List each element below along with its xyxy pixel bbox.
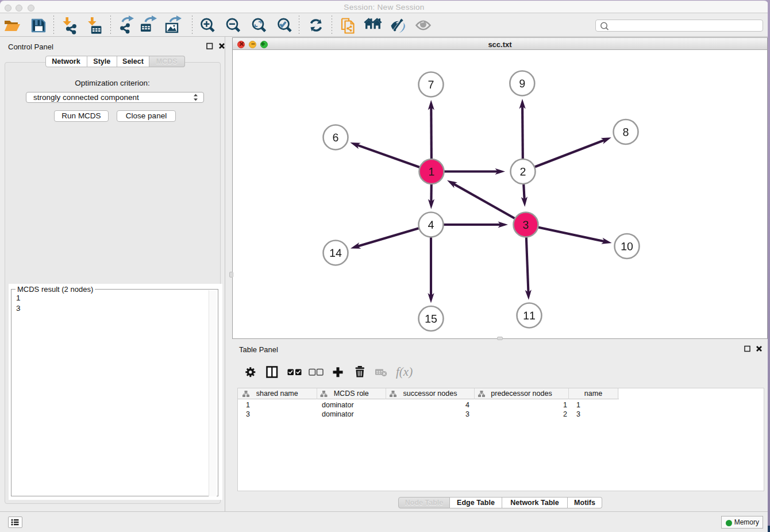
svg-text:f(x): f(x) — [396, 365, 413, 379]
